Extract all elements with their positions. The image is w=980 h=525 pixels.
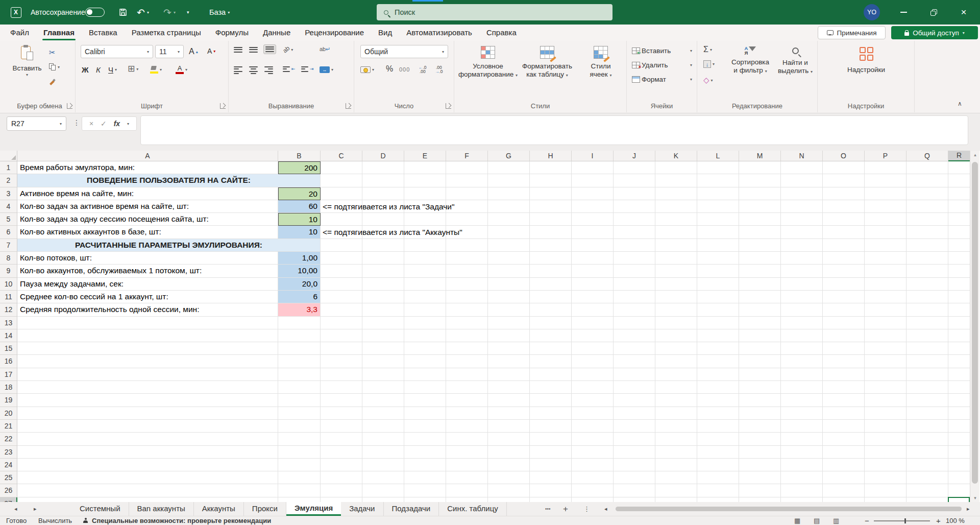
cell-C11[interactable] <box>321 291 362 303</box>
cell-M5[interactable] <box>739 213 781 226</box>
cell-E20[interactable] <box>404 407 446 420</box>
tab-Формулы[interactable]: Формулы <box>208 25 256 41</box>
cell-I8[interactable] <box>572 252 614 265</box>
cell-L4[interactable] <box>697 200 739 213</box>
cell-J7[interactable] <box>614 239 655 252</box>
cell-C17[interactable] <box>321 368 362 381</box>
cell-L18[interactable] <box>697 381 739 394</box>
cell-K24[interactable] <box>655 459 697 471</box>
format-painter-button[interactable] <box>49 79 56 85</box>
cell-I21[interactable] <box>572 420 614 433</box>
cell-G26[interactable] <box>488 484 530 497</box>
cell-E25[interactable] <box>404 471 446 484</box>
cell-M27[interactable] <box>739 497 781 502</box>
cell-C8[interactable] <box>321 252 362 265</box>
cell-E2[interactable] <box>404 174 446 187</box>
align-bottom-button[interactable] <box>263 44 276 54</box>
cell-D21[interactable] <box>362 420 404 433</box>
cell-K9[interactable] <box>655 265 697 277</box>
cell-Q13[interactable] <box>906 317 948 329</box>
undo-icon[interactable]: ↶▾ <box>137 0 149 25</box>
cell-G16[interactable] <box>488 355 530 368</box>
cell-G17[interactable] <box>488 368 530 381</box>
cell-R15[interactable] <box>948 342 970 355</box>
name-box[interactable]: R27▾ <box>7 116 66 131</box>
cell-P27[interactable] <box>865 497 906 502</box>
cell-L10[interactable] <box>697 278 739 291</box>
formula-input[interactable] <box>140 115 968 145</box>
font-name-combo[interactable]: Calibri▾ <box>81 45 153 58</box>
share-button[interactable]: Общий доступ ▾ <box>891 26 978 39</box>
cell-I15[interactable] <box>572 342 614 355</box>
cell-A13[interactable] <box>17 317 278 329</box>
column-header-B[interactable]: B <box>278 151 321 161</box>
cell-A18[interactable] <box>17 381 278 394</box>
comments-button[interactable]: Примечания <box>818 26 886 39</box>
cell-A12[interactable]: Средняя продолжительность одной сессии, … <box>17 303 278 316</box>
cell-O14[interactable] <box>823 329 865 342</box>
cell-R7[interactable] <box>948 239 970 252</box>
cell-G12[interactable] <box>488 303 530 316</box>
sheet-nav-right-icon[interactable]: ▸ <box>34 502 37 516</box>
cell-D15[interactable] <box>362 342 404 355</box>
cell-D3[interactable] <box>362 187 404 200</box>
cell-K10[interactable] <box>655 278 697 291</box>
cell-J25[interactable] <box>614 471 655 484</box>
cell-L17[interactable] <box>697 368 739 381</box>
cell-Q9[interactable] <box>906 265 948 277</box>
cell-D1[interactable] <box>362 161 404 174</box>
copy-button[interactable]: ▾ <box>49 63 60 70</box>
cell-G23[interactable] <box>488 446 530 459</box>
cell-I11[interactable] <box>572 291 614 303</box>
cell-J23[interactable] <box>614 446 655 459</box>
vertical-scrollbar[interactable]: ▴ ▾ <box>970 151 979 502</box>
cell-G15[interactable] <box>488 342 530 355</box>
shrink-font-button[interactable]: А▾ <box>207 47 215 55</box>
cell-J16[interactable] <box>614 355 655 368</box>
cell-O3[interactable] <box>823 187 865 200</box>
cell-N16[interactable] <box>781 355 823 368</box>
grow-font-button[interactable]: А▴ <box>189 47 198 56</box>
cell-N23[interactable] <box>781 446 823 459</box>
find-select-button[interactable]: Найти и выделить ▾ <box>776 46 815 76</box>
cell-O6[interactable] <box>823 226 865 238</box>
cell-M15[interactable] <box>739 342 781 355</box>
zoom-out-button[interactable]: − <box>865 516 869 525</box>
sheet-tab-Системный[interactable]: Системный <box>71 502 129 516</box>
cell-A14[interactable] <box>17 329 278 342</box>
cell-J17[interactable] <box>614 368 655 381</box>
cell-G20[interactable] <box>488 407 530 420</box>
percent-style-button[interactable]: % <box>386 64 393 74</box>
cell-H18[interactable] <box>530 381 572 394</box>
zoom-slider-knob[interactable] <box>904 518 906 523</box>
increase-decimal-button[interactable]: ←.0.00 <box>419 65 427 74</box>
cell-H27[interactable] <box>530 497 572 502</box>
cell-I9[interactable] <box>572 265 614 277</box>
cell-F10[interactable] <box>446 278 488 291</box>
row-header-25[interactable]: 25 <box>0 471 17 484</box>
cell-O21[interactable] <box>823 420 865 433</box>
cell-J6[interactable] <box>614 226 655 238</box>
cell-L8[interactable] <box>697 252 739 265</box>
cell-A26[interactable] <box>17 484 278 497</box>
cell-O25[interactable] <box>823 471 865 484</box>
cell-L11[interactable] <box>697 291 739 303</box>
row-header-14[interactable]: 14 <box>0 329 17 342</box>
add-sheet-button[interactable]: + <box>563 502 568 516</box>
cell-K2[interactable] <box>655 174 697 187</box>
cell-C20[interactable] <box>321 407 362 420</box>
row-header-13[interactable]: 13 <box>0 317 17 329</box>
zoom-in-button[interactable]: + <box>936 516 941 525</box>
cell-M11[interactable] <box>739 291 781 303</box>
cell-L23[interactable] <box>697 446 739 459</box>
cell-N15[interactable] <box>781 342 823 355</box>
cell-M20[interactable] <box>739 407 781 420</box>
cell-P13[interactable] <box>865 317 906 329</box>
cell-R13[interactable] <box>948 317 970 329</box>
cell-N14[interactable] <box>781 329 823 342</box>
cell-G13[interactable] <box>488 317 530 329</box>
cell-P4[interactable] <box>865 200 906 213</box>
format-cells-button[interactable]: Формат ▾ <box>632 76 692 83</box>
row-header-22[interactable]: 22 <box>0 433 17 445</box>
cell-I24[interactable] <box>572 459 614 471</box>
